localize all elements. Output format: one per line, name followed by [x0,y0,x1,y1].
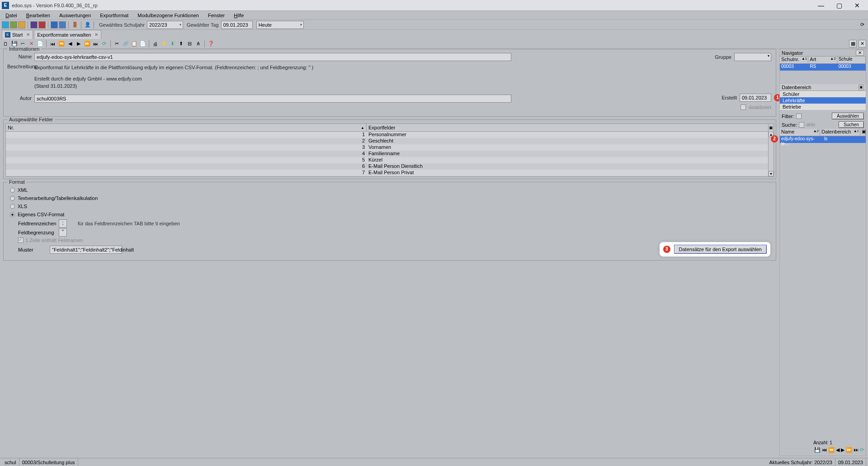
import-icon[interactable]: ⬆ [177,40,185,48]
table-corner-btn[interactable]: ▣ [768,124,774,132]
radio-csv-row[interactable]: Eigenes CSV-Format [7,210,772,219]
col-exportfelder[interactable]: Exportfelder [367,124,774,131]
refresh-icon[interactable]: ⟳ [100,40,108,48]
nav-item-lehrkraefte[interactable]: Lehrkräfte [780,97,866,104]
table-row[interactable]: 3Vornamen [6,144,768,151]
radio-xls[interactable] [10,204,15,209]
table-row[interactable]: 4Familienname [6,151,768,157]
menu-fenster[interactable]: Fenster [204,12,228,19]
tab-start-close[interactable]: ✕ [26,32,30,37]
nav-footer-save-icon[interactable]: 💾 [814,447,821,453]
panel-close-icon[interactable]: ✕ [859,40,866,48]
nav-school-row[interactable]: 00003 RS 00003 [780,64,866,71]
help-icon[interactable]: ❓ [207,40,215,48]
nav-first-icon[interactable]: ⏮ [49,40,57,48]
tb-icon-1[interactable] [2,21,9,29]
menu-exportformat[interactable]: Exportformat [96,12,132,19]
zeile1-checkbox[interactable]: ✓ [18,238,24,243]
nav-col-schulnr[interactable]: Schulnr.▲1 [780,57,808,63]
tb-icon-3[interactable] [18,21,25,29]
feldbegr-input[interactable]: " [59,228,67,237]
nav-last-icon[interactable]: ⏭ [854,447,859,453]
nav-prevfast-icon[interactable]: ⏪ [57,40,65,48]
nav-first-icon[interactable]: ⏮ [822,447,827,453]
scroll-down-icon[interactable]: ▼ [769,171,774,176]
gruppe-combo[interactable] [734,53,771,61]
nav-next-icon[interactable]: ▶ [75,40,82,48]
nav-res-col-name[interactable]: Name▲2 [780,129,820,136]
deaktiviert-checkbox[interactable] [741,105,746,110]
tab-export-close[interactable]: ✕ [94,32,98,37]
table-row[interactable]: 6E-Mail Person Dienstlich [6,163,768,170]
nav-next-icon[interactable]: ▶ [841,447,844,453]
link-icon[interactable]: 🔗 [122,40,129,48]
nav-res-col-db[interactable]: Datenbereich▲1 [820,129,860,136]
erstellt-input[interactable]: 09.01.2023 [740,94,771,102]
nav-suchen-button[interactable]: Suchen [839,121,864,128]
radio-text-row[interactable]: Textverarbeitung/Tabellenkalkulation [7,194,772,202]
nav-auswaehlen-button[interactable]: Auswählen [832,113,864,119]
nav-col-schule[interactable]: Schule [837,57,866,63]
tb-icon-4[interactable] [30,21,38,29]
tb-icon-6[interactable] [51,21,58,29]
radio-xml-row[interactable]: XML [7,186,772,194]
nav-nextfast-icon[interactable]: ⏩ [83,40,91,48]
nav-prev-icon[interactable]: ◀ [836,447,840,453]
share-icon[interactable]: ⋔ [194,40,202,48]
tb-icon-7[interactable] [59,21,66,29]
nav-nextfast-icon[interactable]: ⏩ [846,447,852,453]
muster-input[interactable]: "Feldinhalt1";"Feldinhalt2";"Feldinhalt [50,246,122,254]
table-row[interactable]: 2Geschlecht [6,138,768,144]
tab-exportformate[interactable]: Exportformate verwalten ✕ [34,30,101,39]
schuljahr-combo[interactable]: 2022/23 [147,21,183,29]
nav-col-art[interactable]: Art▲2 [808,57,837,63]
tb-icon-5[interactable] [38,21,46,29]
print-icon[interactable]: 🖨 [151,40,159,48]
menu-bearbeiten[interactable]: Bearbeiten [23,12,54,19]
export-icon[interactable]: ⬇ [169,40,176,48]
name-input[interactable]: edjufy-edoo-sys-lehrkraefte-csv-v1 [34,53,511,61]
tb-icon-2[interactable] [10,21,17,29]
heute-combo[interactable]: Heute [256,21,304,29]
table-row[interactable]: 5Kürzel [6,157,768,163]
nav-result-row[interactable]: edjufy-edoo-sys-le… ls [780,136,866,143]
close-button[interactable]: ✕ [848,0,866,11]
tb-icon-door[interactable]: 🚪 [71,21,79,29]
nav-refresh-icon[interactable]: ⟳ [860,447,864,453]
radio-xls-row[interactable]: XLS [7,202,772,210]
nav-prev-icon[interactable]: ◀ [66,40,74,48]
nav-aktiv-checkbox[interactable] [799,122,804,128]
tb-icon-refresh[interactable]: ⟳ [859,21,866,29]
nav-filter-checkbox[interactable] [796,114,802,119]
nav-item-betriebe[interactable]: Betriebe [780,104,866,110]
menu-hilfe[interactable]: Hilfe [230,12,247,19]
menu-modulbezogen[interactable]: Modulbezogene Funktionen [134,12,203,19]
radio-csv[interactable] [10,212,15,217]
autor-input[interactable]: schul0003RS [34,95,511,103]
radio-text[interactable] [10,196,15,201]
menu-datei[interactable]: Datei [2,12,21,19]
tag-input[interactable]: 09.01.2023 [221,21,253,29]
menu-auswertungen[interactable]: Auswertungen [56,12,94,19]
nav-last-icon[interactable]: ⏭ [92,40,99,48]
tab-start[interactable]: E Start ✕ [2,30,33,39]
tree-icon[interactable]: ⊟ [186,40,193,48]
table-row[interactable]: 1Personalnummer [6,132,768,138]
flash-icon[interactable]: ⚡ [160,40,168,48]
feldtrenn-input[interactable]: ; [59,219,67,228]
cut-icon[interactable]: ✂ [113,40,121,48]
minimize-button[interactable]: — [812,0,830,11]
tb-icon-user[interactable]: 👤 [84,21,91,29]
panel-toggle-icon[interactable]: ▦ [849,40,857,48]
navigator-close-icon[interactable]: ✕ [856,50,864,56]
nav-datenbereich-btn[interactable]: ▣ [859,85,864,90]
nav-res-corner[interactable]: ▣ [860,129,866,136]
col-nr[interactable]: Nr.▲ [6,124,367,131]
copy2-icon[interactable]: 📋 [130,40,138,48]
nav-item-schueler[interactable]: Schüler [780,91,866,97]
table-row[interactable]: 7E-Mail Person Privat [6,170,768,176]
nav-prevfast-icon[interactable]: ⏪ [828,447,835,453]
export-select-button[interactable]: Datensätze für den Export auswählen [674,245,767,254]
maximize-button[interactable]: ▢ [830,0,848,11]
radio-xml[interactable] [10,188,15,193]
